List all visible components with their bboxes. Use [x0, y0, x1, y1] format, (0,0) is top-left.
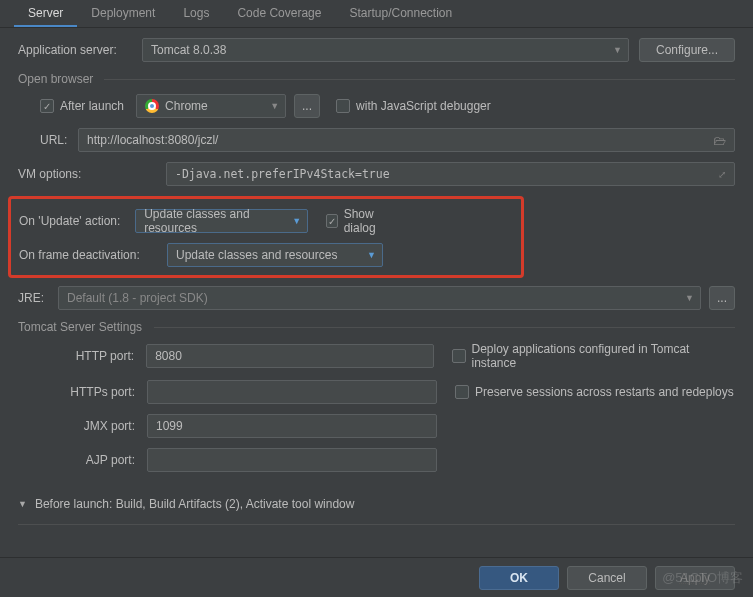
- frame-deactivation-value: Update classes and resources: [176, 248, 337, 262]
- tab-code-coverage[interactable]: Code Coverage: [223, 0, 335, 27]
- before-launch-section[interactable]: ▼ Before launch: Build, Build Artifacts …: [18, 494, 735, 514]
- tab-server[interactable]: Server: [14, 0, 77, 27]
- app-server-combo[interactable]: Tomcat 8.0.38 ▼: [142, 38, 629, 62]
- show-dialog-label: Show dialog: [344, 207, 395, 235]
- frame-deactivation-label: On frame deactivation:: [19, 248, 167, 262]
- url-value: http://localhost:8080/jczl/: [87, 133, 713, 147]
- url-label: URL:: [40, 133, 78, 147]
- open-browser-group: Open browser: [18, 72, 735, 86]
- browser-combo[interactable]: Chrome ▼: [136, 94, 286, 118]
- update-action-label: On 'Update' action:: [19, 214, 135, 228]
- apply-button[interactable]: Apply: [655, 566, 735, 590]
- chevron-down-icon: ▼: [367, 250, 376, 260]
- ok-button[interactable]: OK: [479, 566, 559, 590]
- tab-deployment[interactable]: Deployment: [77, 0, 169, 27]
- browser-value: Chrome: [165, 99, 208, 113]
- ajp-port-label: AJP port:: [40, 453, 135, 467]
- url-input[interactable]: http://localhost:8080/jczl/ 🗁: [78, 128, 735, 152]
- chevron-down-icon: ▼: [270, 101, 279, 111]
- show-dialog-checkbox[interactable]: ✓: [326, 214, 337, 228]
- https-port-input[interactable]: [147, 380, 437, 404]
- divider: [18, 524, 735, 525]
- frame-deactivation-combo[interactable]: Update classes and resources ▼: [167, 243, 383, 267]
- chevron-down-icon: ▼: [18, 499, 27, 509]
- folder-icon[interactable]: 🗁: [713, 133, 726, 148]
- before-launch-label: Before launch: Build, Build Artifacts (2…: [35, 497, 355, 511]
- js-debugger-label: with JavaScript debugger: [356, 99, 491, 113]
- jmx-port-input[interactable]: 1099: [147, 414, 437, 438]
- http-port-label: HTTP port:: [40, 349, 134, 363]
- deploy-checkbox[interactable]: [452, 349, 466, 363]
- preserve-checkbox[interactable]: [455, 385, 469, 399]
- config-tabs: Server Deployment Logs Code Coverage Sta…: [0, 0, 753, 28]
- update-action-value: Update classes and resources: [144, 207, 286, 235]
- after-launch-label: After launch: [60, 99, 124, 113]
- jre-label: JRE:: [18, 291, 58, 305]
- vm-options-label: VM options:: [18, 167, 166, 181]
- expand-icon[interactable]: ⤢: [718, 169, 726, 180]
- chrome-icon: [145, 99, 159, 113]
- chevron-down-icon: ▼: [613, 45, 622, 55]
- http-port-input[interactable]: 8080: [146, 344, 434, 368]
- highlight-box: On 'Update' action: Update classes and r…: [8, 196, 524, 278]
- vm-options-value: -Djava.net.preferIPv4Stack=true: [175, 167, 718, 181]
- deploy-label: Deploy applications configured in Tomcat…: [472, 342, 735, 370]
- jre-combo[interactable]: Default (1.8 - project SDK) ▼: [58, 286, 701, 310]
- jre-value: Default (1.8 - project SDK): [67, 291, 208, 305]
- https-port-label: HTTPs port:: [40, 385, 135, 399]
- update-action-combo[interactable]: Update classes and resources ▼: [135, 209, 308, 233]
- dialog-footer: OK Cancel Apply: [0, 557, 753, 597]
- chevron-down-icon: ▼: [292, 216, 301, 226]
- tomcat-settings-group: Tomcat Server Settings: [18, 320, 735, 334]
- js-debugger-checkbox[interactable]: [336, 99, 350, 113]
- ajp-port-input[interactable]: [147, 448, 437, 472]
- cancel-button[interactable]: Cancel: [567, 566, 647, 590]
- after-launch-checkbox[interactable]: ✓: [40, 99, 54, 113]
- configure-button[interactable]: Configure...: [639, 38, 735, 62]
- app-server-value: Tomcat 8.0.38: [151, 43, 226, 57]
- browser-more-button[interactable]: ...: [294, 94, 320, 118]
- app-server-label: Application server:: [18, 43, 142, 57]
- chevron-down-icon: ▼: [685, 293, 694, 303]
- preserve-label: Preserve sessions across restarts and re…: [475, 385, 734, 399]
- tab-startup-connection[interactable]: Startup/Connection: [335, 0, 466, 27]
- tab-logs[interactable]: Logs: [169, 0, 223, 27]
- jmx-port-label: JMX port:: [40, 419, 135, 433]
- jre-more-button[interactable]: ...: [709, 286, 735, 310]
- vm-options-input[interactable]: -Djava.net.preferIPv4Stack=true ⤢: [166, 162, 735, 186]
